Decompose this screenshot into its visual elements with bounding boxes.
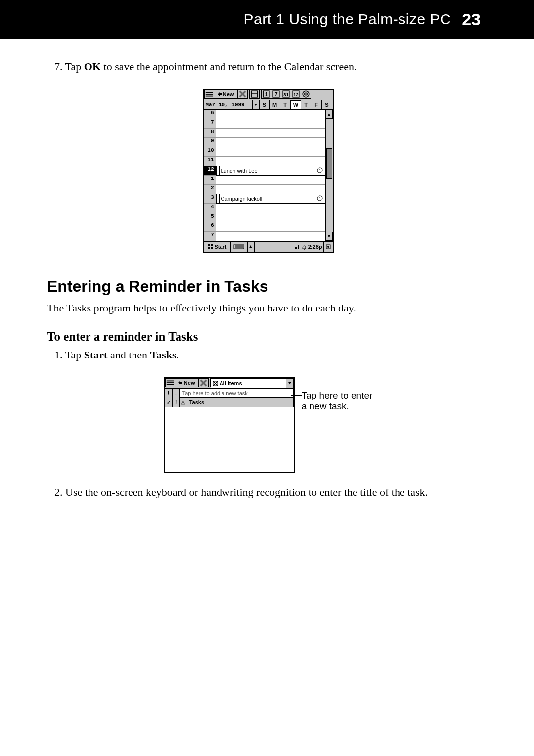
svg-point-32 bbox=[327, 246, 329, 248]
page-number: 23 bbox=[462, 10, 481, 29]
day-w[interactable]: W bbox=[291, 100, 301, 109]
new-button[interactable]: New bbox=[175, 378, 199, 387]
view-week-button[interactable]: 7 bbox=[271, 90, 281, 99]
section-intro: The Tasks program helps to effectively t… bbox=[47, 301, 490, 315]
appointment-12[interactable]: Lunch with Lee bbox=[216, 166, 325, 176]
complete-col[interactable]: ✓ bbox=[165, 398, 173, 407]
svg-rect-23 bbox=[211, 247, 213, 249]
scroll-up[interactable]: ▲ bbox=[326, 110, 333, 119]
scroll-down[interactable]: ▼ bbox=[326, 232, 333, 241]
subheading: To enter a reminder in Tasks bbox=[47, 330, 490, 344]
close-button[interactable] bbox=[199, 378, 209, 387]
svg-point-30 bbox=[304, 249, 305, 250]
svg-text:7: 7 bbox=[274, 91, 277, 97]
category-icon bbox=[213, 381, 218, 386]
tasks-col[interactable]: Tasks bbox=[187, 398, 294, 407]
chevron-down-icon[interactable] bbox=[286, 379, 293, 388]
tasks-list[interactable] bbox=[165, 407, 294, 472]
section-heading: Entering a Reminder in Tasks bbox=[47, 277, 490, 296]
page-header: Part 1 Using the Palm-size PC 23 bbox=[0, 0, 534, 39]
view-year-button[interactable]: 12 bbox=[291, 90, 301, 99]
svg-text:1: 1 bbox=[265, 91, 267, 97]
svg-rect-29 bbox=[298, 245, 299, 249]
appointment-3[interactable]: Campaign kickoff bbox=[216, 194, 325, 204]
day-f[interactable]: F bbox=[312, 100, 322, 109]
svg-text:12: 12 bbox=[293, 92, 299, 97]
svg-rect-6 bbox=[251, 91, 258, 97]
tasks-columns: ✓ ! △ Tasks bbox=[165, 398, 294, 407]
scrollbar[interactable]: ▲ ▼ bbox=[325, 110, 333, 241]
view-day-button[interactable]: 1 bbox=[262, 90, 271, 99]
step-1: 1. Tap Start and then Tasks. bbox=[54, 348, 490, 362]
reminder-icon bbox=[317, 195, 323, 201]
filter-dropdown[interactable]: All Items bbox=[211, 378, 294, 388]
callout: Tap here to enter a new task. bbox=[302, 390, 373, 412]
start-button[interactable]: Start bbox=[204, 242, 231, 252]
tasks-toolbar: New All Items bbox=[165, 378, 294, 389]
svg-point-16 bbox=[303, 91, 309, 97]
close-button[interactable] bbox=[238, 90, 248, 99]
priority-icon[interactable]: ! bbox=[165, 389, 173, 398]
day-s[interactable]: S bbox=[260, 100, 270, 109]
step-2: 2. Use the on-screen keyboard or handwri… bbox=[54, 485, 490, 500]
view-month-button[interactable]: 31 bbox=[281, 90, 291, 99]
svg-marker-3 bbox=[218, 92, 222, 96]
calendar-toolbar: New 1 7 31 12 bbox=[204, 90, 333, 100]
new-task-input[interactable]: Tap here to add a new task bbox=[180, 389, 294, 398]
svg-marker-42 bbox=[288, 382, 291, 384]
new-button[interactable]: New bbox=[214, 90, 238, 99]
sort-icon[interactable]: ↓ bbox=[173, 389, 180, 398]
tasks-screenshot: New All Items ! ↓ Tap here to add bbox=[164, 377, 295, 473]
attach-col[interactable]: △ bbox=[180, 398, 187, 407]
taskbar: Start ▴ 2:28p bbox=[204, 241, 333, 252]
svg-rect-22 bbox=[208, 247, 210, 249]
keyboard-button[interactable] bbox=[231, 242, 248, 252]
scroll-thumb[interactable] bbox=[326, 148, 332, 179]
day-m[interactable]: M bbox=[270, 100, 280, 109]
svg-marker-36 bbox=[178, 381, 182, 385]
step-7: 7. Tap OK to save the appointment and re… bbox=[54, 59, 490, 74]
clock: 2:28p bbox=[308, 244, 322, 250]
svg-rect-28 bbox=[295, 247, 297, 249]
desktop-button[interactable] bbox=[324, 242, 333, 252]
part-label: Part 1 Using the Palm-size PC bbox=[244, 11, 451, 28]
calendar-daterow: Mar 10, 1999 S M T W T F S bbox=[204, 100, 333, 110]
tray-icon bbox=[294, 244, 300, 250]
callout-line bbox=[291, 395, 302, 396]
reminder-icon bbox=[317, 167, 323, 173]
day-t2[interactable]: T bbox=[301, 100, 312, 109]
day-t[interactable]: T bbox=[280, 100, 291, 109]
date-field[interactable]: Mar 10, 1999 bbox=[204, 100, 253, 109]
calendar-screenshot: New 1 7 31 12 Mar 10, 199 bbox=[203, 89, 334, 253]
goto-button[interactable] bbox=[301, 90, 311, 99]
view-agenda-button[interactable] bbox=[250, 90, 260, 99]
priority-col[interactable]: ! bbox=[173, 398, 180, 407]
step-num: 7. bbox=[54, 60, 63, 73]
sip-up[interactable]: ▴ bbox=[248, 242, 255, 252]
day-s2[interactable]: S bbox=[322, 100, 332, 109]
date-dropdown[interactable] bbox=[253, 100, 260, 109]
svg-marker-17 bbox=[254, 104, 257, 106]
system-tray[interactable]: 2:28p bbox=[255, 242, 324, 252]
toolbar-handle[interactable] bbox=[204, 90, 214, 99]
svg-text:31: 31 bbox=[283, 92, 289, 97]
calendar-grid[interactable]: 6 7 8 9 10 11 12 Lunch with Lee 1 2 bbox=[204, 110, 325, 241]
task-entry-row: ! ↓ Tap here to add a new task bbox=[165, 389, 294, 398]
svg-rect-20 bbox=[208, 244, 210, 246]
toolbar-handle[interactable] bbox=[165, 378, 175, 387]
tray-icon bbox=[302, 244, 307, 250]
svg-rect-21 bbox=[211, 244, 213, 246]
